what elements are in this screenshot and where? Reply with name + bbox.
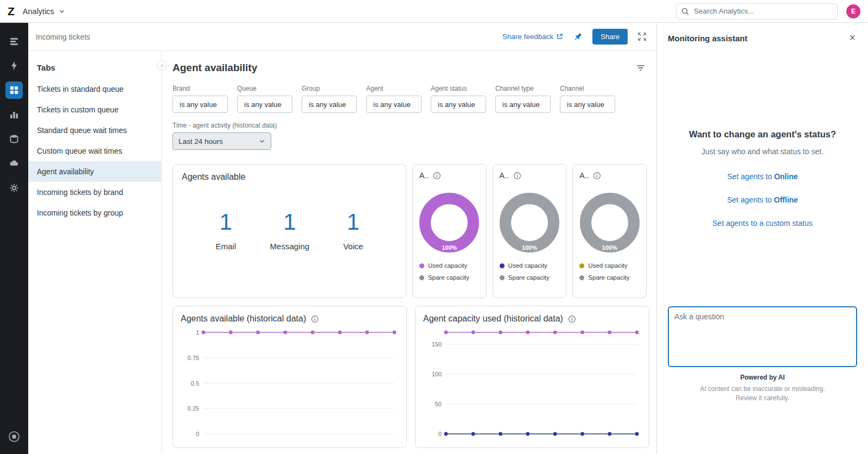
app-switcher[interactable]: Analytics [23,7,65,16]
left-rail [0,23,28,454]
time-filter: Time - agent activity (historical data) … [173,122,647,150]
assistant-quick-actions: Set agents to Online Set agents to Offli… [668,172,857,242]
sidebar-item-tickets-standard-queue[interactable]: Tickets in standard queue [28,79,161,99]
sidebar-item-custom-queue-wait-times[interactable]: Custom queue wait times [28,141,161,161]
sidebar-item-tickets-custom-queue[interactable]: Tickets in custom queue [28,99,161,120]
share-button[interactable]: Share [592,29,628,45]
svg-text:0: 0 [196,431,199,437]
filter-queue-dropdown[interactable]: is any value [237,96,292,113]
info-icon[interactable] [593,172,601,180]
legend-label: Spare capacity [508,274,550,281]
tabs-title: Tabs [28,63,161,72]
legend-label: Used capacity [428,262,467,269]
filter-agent-status-dropdown[interactable]: is any value [431,96,486,113]
capacity-donut-card-messaging: A.. 100% Used capacity [493,164,567,298]
dashboard-toolbar: Incoming tickets Share feedback Share [28,23,656,51]
time-filter-value: Last 24 hours [178,137,223,146]
sidebar-collapse-button[interactable]: ‹ [157,60,167,71]
chevron-down-icon [259,138,265,144]
assistant-footer: Powered by AI AI content can be inaccura… [668,374,857,403]
filter-agent-dropdown[interactable]: is any value [366,96,422,113]
info-icon[interactable] [311,315,319,323]
agents-available-history-card: Agents available (historical data) 00.25… [173,306,407,448]
breadcrumb: Incoming tickets [36,33,90,41]
filter-brand-dropdown[interactable]: is any value [173,96,228,113]
kpi-cards-row: Agents available 1 Email 1 Messaging [173,164,647,298]
legend-spare-capacity: Spare capacity [500,274,560,281]
sidebar-item-agent-availability[interactable]: Agent availability [28,161,161,182]
rail-product-tray-icon[interactable] [5,428,23,445]
rail-dashboards-icon[interactable] [5,81,23,99]
history-charts-row: Agents available (historical data) 00.25… [173,306,647,448]
sidebar-item-incoming-by-brand[interactable]: Incoming tickets by brand [28,182,161,203]
svg-text:0.25: 0.25 [188,405,199,412]
legend-label: Used capacity [588,262,627,269]
metric-value: 1 [216,209,237,235]
legend-used-capacity: Used capacity [419,262,480,269]
info-icon[interactable] [433,172,441,180]
zendesk-logo-icon: Z [8,5,14,18]
topbar: Z Analytics E [0,0,868,23]
assistant-subtext: Just say who and what status to set. [668,147,857,156]
avatar[interactable]: E [846,4,860,18]
time-filter-label: Time - agent activity (historical data) [173,122,647,129]
share-feedback-label: Share feedback [502,33,554,41]
fullscreen-icon[interactable] [636,31,648,42]
legend-label: Spare capacity [588,274,629,281]
donut-chart: 100% [580,193,640,253]
rail-formulas-icon[interactable] [5,57,23,74]
rail-reports-icon[interactable] [5,33,23,50]
donut-chart: 100% [419,193,479,253]
link-strong: Online [774,172,798,181]
metric-value: 1 [270,209,310,235]
search-input[interactable] [676,3,838,20]
metric-voice: 1 Voice [343,209,363,251]
metric-messaging: 1 Messaging [270,209,310,251]
close-icon[interactable]: ✕ [848,33,857,43]
donut-title: A.. [419,171,429,180]
chart-title: Agent capacity used (historical data) [423,314,563,324]
legend-label: Used capacity [508,262,547,269]
agent-capacity-history-card: Agent capacity used (historical data) 05… [415,306,649,448]
filter-label: Channel type [495,85,551,92]
set-agents-custom-status-link[interactable]: Set agents to a custom status [668,219,857,228]
rail-datasets-icon[interactable] [5,130,23,148]
agent-capacity-line-chart: 050100150 [423,328,642,439]
assistant-heading: Want to change an agent's status? [668,129,857,140]
filter-brand: Brand is any value [173,85,228,113]
chevron-down-icon [59,8,65,15]
ask-question-input[interactable] [668,306,857,367]
filter-label: Agent [366,85,422,92]
svg-text:0.75: 0.75 [188,355,199,361]
filter-channel-dropdown[interactable]: is any value [560,96,615,113]
pin-icon[interactable] [572,31,584,43]
sidebar-item-incoming-by-group[interactable]: Incoming tickets by group [28,203,161,223]
disclaimer-line2: Review it carefully. [736,394,789,402]
ai-disclaimer: AI content can be inaccurate or misleadi… [668,384,857,403]
info-icon[interactable] [568,315,576,323]
workspace: Incoming tickets Share feedback Share ‹ [28,23,656,454]
time-filter-dropdown[interactable]: Last 24 hours [173,133,271,150]
legend-label: Spare capacity [428,274,469,281]
set-agents-online-link[interactable]: Set agents to Online [668,172,857,181]
donut-percent-label: 100% [580,244,640,251]
filter-group-dropdown[interactable]: is any value [302,96,357,113]
sidebar-item-standard-queue-wait-times[interactable]: Standard queue wait times [28,120,161,141]
svg-text:100: 100 [432,371,442,377]
legend-dot-used [579,263,584,268]
metric-label: Email [216,242,237,251]
rail-settings-icon[interactable] [5,179,23,197]
rail-charts-icon[interactable] [5,106,23,123]
assistant-title: Monitoring assistant [668,34,748,43]
filter-queue: Queue is any value [237,85,292,113]
filter-channel-type-dropdown[interactable]: is any value [495,96,551,113]
legend-spare-capacity: Spare capacity [419,274,480,281]
filter-icon[interactable] [635,62,647,74]
legend-dot-used [419,263,424,268]
rail-data-sources-icon[interactable] [5,155,23,172]
filter-label: Queue [237,85,292,92]
share-feedback-link[interactable]: Share feedback [502,33,564,41]
info-icon[interactable] [513,172,521,180]
set-agents-offline-link[interactable]: Set agents to Offline [668,196,857,204]
filter-label: Group [302,85,357,92]
